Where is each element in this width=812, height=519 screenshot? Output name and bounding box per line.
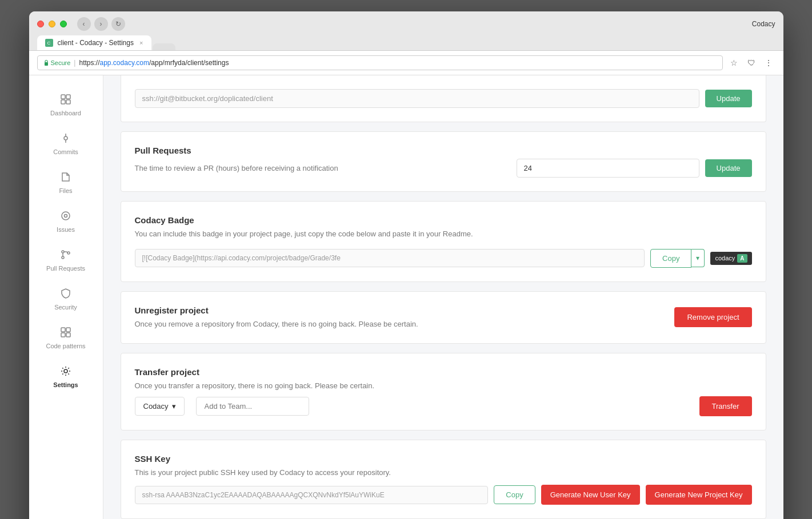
sidebar-item-settings[interactable]: Settings bbox=[29, 359, 103, 395]
svg-point-8 bbox=[62, 212, 70, 220]
codacy-badge-section: Codacy Badge You can include this badge … bbox=[121, 201, 766, 282]
main-content: Update Pull Requests The time to review … bbox=[103, 75, 783, 519]
ssh-key-desc: This is your project public SSH key used… bbox=[135, 467, 752, 478]
svg-rect-2 bbox=[66, 95, 70, 99]
codacy-badge-preview: codacy A bbox=[710, 252, 751, 265]
browser-address-bar: Secure | https://app.codacy.com/app/mrfy… bbox=[29, 51, 783, 75]
codacy-badge-desc: You can include this badge in your proje… bbox=[135, 228, 752, 240]
org-select-button[interactable]: Codacy ▾ bbox=[135, 397, 185, 416]
add-team-input[interactable] bbox=[196, 397, 309, 416]
transfer-button[interactable]: Transfer bbox=[699, 396, 752, 416]
inactive-tab[interactable] bbox=[153, 43, 175, 50]
minimize-traffic-light[interactable] bbox=[49, 21, 55, 27]
svg-rect-0 bbox=[45, 62, 48, 66]
badge-preview-text: codacy bbox=[715, 255, 735, 261]
ssh-repo-update-button[interactable]: Update bbox=[705, 90, 752, 107]
sidebar-item-security[interactable]: Security bbox=[29, 281, 103, 317]
svg-point-18 bbox=[64, 369, 67, 373]
ssh-repo-section: Update bbox=[121, 75, 766, 122]
unregister-desc: Once you remove a repository from Codacy… bbox=[135, 319, 675, 330]
files-label: Files bbox=[59, 187, 72, 194]
ssh-repo-input[interactable] bbox=[135, 89, 699, 108]
org-select-value: Codacy bbox=[143, 402, 169, 411]
pr-update-button[interactable]: Update bbox=[705, 159, 752, 177]
secure-badge: Secure bbox=[43, 59, 71, 66]
ssh-key-section: SSH Key This is your project public SSH … bbox=[121, 440, 766, 520]
sidebar-item-pull-requests[interactable]: Pull Requests bbox=[29, 242, 103, 279]
settings-label: Settings bbox=[53, 381, 78, 388]
pull-requests-icon bbox=[60, 249, 71, 262]
copy-button-group: Copy ▾ bbox=[650, 249, 705, 268]
ssh-key-title: SSH Key bbox=[135, 454, 752, 464]
sidebar-item-dashboard[interactable]: Dashboard bbox=[29, 87, 103, 123]
security-icon bbox=[60, 288, 71, 301]
transfer-section: Transfer project Once you transfer a rep… bbox=[121, 353, 766, 431]
svg-point-11 bbox=[62, 256, 64, 259]
svg-rect-1 bbox=[61, 95, 65, 99]
back-button[interactable]: ‹ bbox=[77, 17, 91, 31]
org-select-chevron: ▾ bbox=[172, 402, 176, 411]
pull-requests-title: Pull Requests bbox=[135, 146, 752, 155]
svg-rect-17 bbox=[66, 333, 70, 337]
commits-label: Commits bbox=[53, 148, 78, 155]
url-bar[interactable]: Secure | https://app.codacy.com/app/mrfy… bbox=[37, 55, 723, 70]
svg-point-5 bbox=[64, 136, 67, 140]
extension-button[interactable]: 🛡 bbox=[745, 56, 758, 70]
unregister-title: Unregister project bbox=[135, 305, 675, 315]
pull-requests-section: Pull Requests The time to review a PR (h… bbox=[121, 131, 766, 192]
pr-hours-input[interactable] bbox=[517, 159, 699, 178]
code-patterns-icon bbox=[60, 327, 71, 340]
url-text: https://app.codacy.com/app/mrfyda/client… bbox=[79, 59, 229, 67]
close-traffic-light[interactable] bbox=[37, 21, 44, 27]
active-tab[interactable]: C client - Codacy - Settings × bbox=[37, 35, 151, 50]
ssh-key-input[interactable] bbox=[135, 486, 489, 504]
code-patterns-label: Code patterns bbox=[46, 343, 85, 349]
sidebar-item-commits[interactable]: Commits bbox=[29, 126, 103, 162]
sidebar-item-code-patterns[interactable]: Code patterns bbox=[29, 320, 103, 356]
transfer-title: Transfer project bbox=[135, 367, 752, 377]
maximize-traffic-light[interactable] bbox=[60, 21, 67, 27]
refresh-button[interactable]: ↻ bbox=[111, 17, 125, 31]
svg-point-10 bbox=[62, 251, 64, 253]
svg-rect-3 bbox=[61, 100, 65, 104]
svg-rect-16 bbox=[61, 333, 65, 337]
files-icon bbox=[60, 171, 71, 184]
issues-icon bbox=[60, 210, 71, 223]
issues-label: Issues bbox=[57, 226, 75, 233]
tab-title: client - Codacy - Settings bbox=[58, 39, 134, 47]
svg-rect-4 bbox=[66, 100, 70, 104]
badge-code-input[interactable] bbox=[135, 249, 645, 267]
ssh-key-copy-button[interactable]: Copy bbox=[494, 485, 535, 504]
sidebar-item-files[interactable]: Files bbox=[29, 164, 103, 201]
sidebar-item-issues[interactable]: Issues bbox=[29, 203, 103, 240]
browser-user-label: Codacy bbox=[752, 20, 775, 28]
svg-rect-15 bbox=[66, 328, 70, 332]
sidebar: Dashboard Commits Files Issues bbox=[29, 75, 103, 519]
dashboard-icon bbox=[60, 94, 71, 107]
remove-project-button[interactable]: Remove project bbox=[674, 307, 751, 327]
dashboard-label: Dashboard bbox=[50, 110, 81, 116]
app-layout: Dashboard Commits Files Issues bbox=[29, 75, 783, 519]
badge-copy-dropdown-button[interactable]: ▾ bbox=[691, 249, 705, 267]
svg-rect-14 bbox=[61, 328, 65, 332]
pull-requests-desc: The time to review a PR (hours) before r… bbox=[135, 163, 338, 174]
browser-titlebar: ‹ › ↻ Codacy C client - Codacy - Setting… bbox=[29, 11, 783, 51]
badge-grade: A bbox=[737, 254, 747, 263]
unregister-section: Unregister project Once you remove a rep… bbox=[121, 291, 766, 344]
svg-point-9 bbox=[65, 215, 67, 218]
tab-favicon: C bbox=[45, 39, 53, 47]
commits-icon bbox=[60, 132, 71, 146]
badge-copy-button[interactable]: Copy bbox=[650, 249, 691, 268]
codacy-badge-title: Codacy Badge bbox=[135, 215, 752, 225]
forward-button[interactable]: › bbox=[94, 17, 108, 31]
security-label: Security bbox=[54, 304, 77, 311]
transfer-desc: Once you transfer a repository, there is… bbox=[135, 380, 752, 392]
generate-user-key-button[interactable]: Generate New User Key bbox=[541, 485, 640, 505]
pull-requests-label: Pull Requests bbox=[46, 265, 85, 272]
bookmark-button[interactable]: ☆ bbox=[727, 56, 741, 70]
menu-button[interactable]: ⋮ bbox=[762, 56, 775, 70]
settings-icon bbox=[60, 365, 71, 379]
tab-close-button[interactable]: × bbox=[139, 39, 143, 46]
generate-project-key-button[interactable]: Generate New Project Key bbox=[646, 485, 752, 505]
